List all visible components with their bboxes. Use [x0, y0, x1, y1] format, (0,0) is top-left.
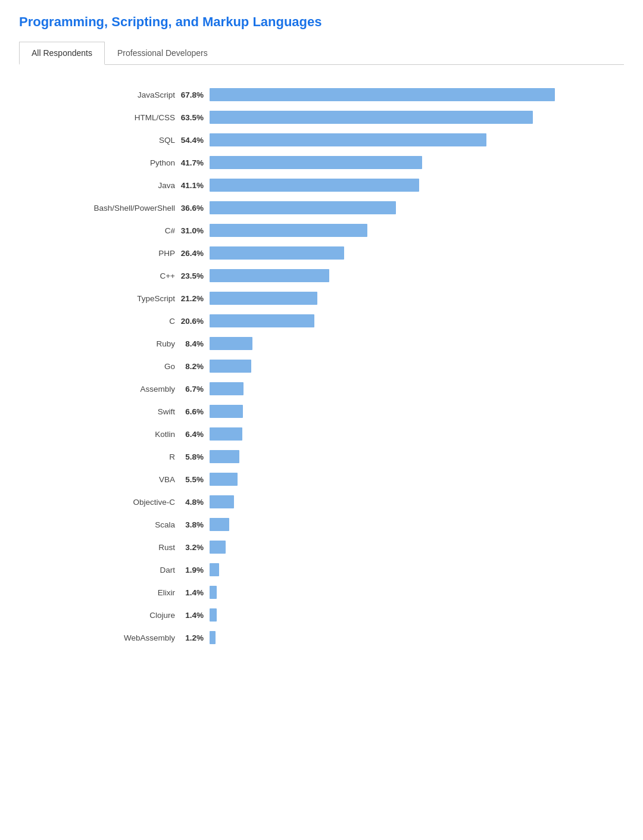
chart-row: Java41.1% [19, 177, 624, 193]
lang-name: C++ [160, 271, 175, 280]
bar [210, 156, 422, 169]
lang-name: Kotlin [155, 430, 175, 439]
lang-pct: 6.6% [179, 407, 204, 416]
lang-pct: 54.4% [179, 136, 204, 145]
lang-pct: 1.4% [179, 588, 204, 597]
chart-row: Kotlin6.4% [19, 426, 624, 442]
lang-pct: 36.6% [179, 204, 204, 213]
chart-row: R5.8% [19, 448, 624, 465]
lang-pct: 26.4% [179, 249, 204, 258]
bar [210, 495, 234, 508]
bar [210, 450, 239, 463]
lang-name: R [169, 452, 175, 461]
lang-name: PHP [158, 249, 175, 258]
lang-pct: 21.2% [179, 294, 204, 303]
lang-pct: 6.7% [179, 385, 204, 394]
tab-professional-developers[interactable]: Professional Developers [105, 42, 220, 64]
lang-name: Elixir [158, 588, 175, 597]
bar [210, 133, 486, 146]
lang-pct: 41.1% [179, 181, 204, 190]
lang-name: Java [158, 181, 175, 190]
chart-row: C20.6% [19, 313, 624, 329]
lang-name: Ruby [156, 339, 175, 348]
lang-pct: 5.5% [179, 475, 204, 484]
lang-name: Clojure [149, 611, 175, 620]
bar [210, 608, 217, 622]
lang-name: Scala [155, 520, 175, 529]
chart-row: Objective-C4.8% [19, 494, 624, 510]
bar [210, 541, 226, 554]
lang-name: WebAssembly [124, 633, 175, 642]
lang-pct: 67.8% [179, 90, 204, 99]
lang-name: Go [164, 362, 175, 371]
lang-name: Swift [158, 407, 175, 416]
lang-pct: 23.5% [179, 271, 204, 280]
chart-row: WebAssembly1.2% [19, 629, 624, 646]
bar [210, 473, 238, 486]
tab-bar: All Respondents Professional Developers [19, 42, 624, 65]
bar [210, 269, 329, 282]
lang-pct: 4.8% [179, 498, 204, 507]
lang-pct: 20.6% [179, 317, 204, 326]
bar [210, 360, 251, 373]
chart-row: TypeScript21.2% [19, 290, 624, 307]
bar [210, 246, 344, 260]
lang-name: JavaScript [138, 90, 175, 99]
bar [210, 427, 242, 441]
lang-pct: 1.4% [179, 611, 204, 620]
chart-row: Bash/Shell/PowerShell36.6% [19, 199, 624, 216]
chart-row: Elixir1.4% [19, 584, 624, 601]
lang-pct: 63.5% [179, 113, 204, 122]
page-title: Programming, Scripting, and Markup Langu… [19, 14, 624, 30]
chart-row: SQL54.4% [19, 132, 624, 148]
lang-pct: 6.4% [179, 430, 204, 439]
chart-row: Rust3.2% [19, 539, 624, 555]
bar [210, 631, 216, 644]
chart-row: Python41.7% [19, 154, 624, 171]
bar [210, 292, 317, 305]
lang-pct: 8.2% [179, 362, 204, 371]
chart-row: Ruby8.4% [19, 335, 624, 352]
lang-name: Python [150, 158, 175, 167]
bar [210, 382, 244, 395]
lang-name: C [169, 317, 175, 326]
bar [210, 88, 555, 101]
bar [210, 224, 367, 237]
lang-name: SQL [159, 136, 175, 145]
lang-pct: 31.0% [179, 226, 204, 235]
chart-row: C#31.0% [19, 222, 624, 239]
lang-pct: 5.8% [179, 452, 204, 461]
chart-row: Clojure1.4% [19, 607, 624, 623]
lang-name: Assembly [140, 385, 175, 394]
lang-pct: 3.2% [179, 543, 204, 552]
chart-row: VBA5.5% [19, 471, 624, 488]
bar [210, 314, 314, 327]
lang-name: Dart [160, 566, 175, 574]
chart-row: Swift6.6% [19, 403, 624, 420]
lang-name: Bash/Shell/PowerShell [93, 204, 175, 213]
lang-pct: 3.8% [179, 520, 204, 529]
chart-row: Scala3.8% [19, 516, 624, 533]
bar [210, 111, 533, 124]
chart-row: HTML/CSS63.5% [19, 109, 624, 126]
lang-name: VBA [159, 475, 175, 484]
bar [210, 405, 243, 418]
bar [210, 337, 252, 350]
lang-name: HTML/CSS [135, 113, 175, 122]
lang-pct: 1.2% [179, 633, 204, 642]
chart-row: Go8.2% [19, 358, 624, 374]
lang-pct: 41.7% [179, 158, 204, 167]
lang-name: Rust [158, 543, 175, 552]
lang-pct: 8.4% [179, 339, 204, 348]
bar [210, 179, 419, 192]
chart-row: Assembly6.7% [19, 380, 624, 397]
bar [210, 563, 219, 576]
bar [210, 518, 229, 531]
tab-all-respondents[interactable]: All Respondents [19, 42, 105, 65]
lang-pct: 1.9% [179, 566, 204, 574]
chart: JavaScript67.8%HTML/CSS63.5%SQL54.4%Pyth… [19, 82, 624, 657]
chart-row: JavaScript67.8% [19, 86, 624, 103]
bar [210, 586, 217, 599]
chart-row: C++23.5% [19, 267, 624, 284]
chart-row: PHP26.4% [19, 245, 624, 261]
